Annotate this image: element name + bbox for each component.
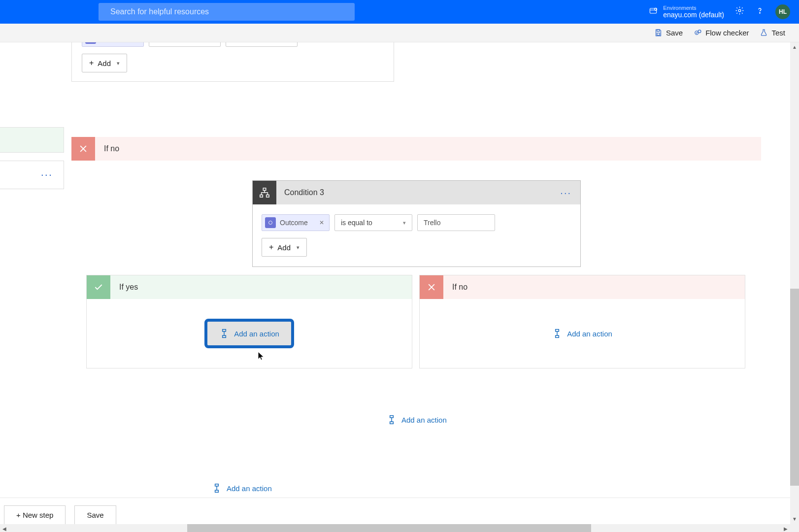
value-input[interactable]: Tweet xyxy=(226,42,298,47)
save-label: Save xyxy=(666,29,683,37)
add-action-label: Add an action xyxy=(567,330,612,338)
flow-checker-button[interactable]: Flow checker xyxy=(694,29,749,37)
add-action-button-no[interactable]: Add an action xyxy=(552,329,612,338)
flow-checker-label: Flow checker xyxy=(705,29,749,37)
token-icon xyxy=(265,217,276,228)
condition-card-partial: Outcome ✕ is equal to ▾ Tweet + Add ▾ xyxy=(71,42,394,82)
branch-if-yes: If yes Add an action xyxy=(86,275,412,368)
horizontal-scroll-thumb[interactable] xyxy=(187,524,591,532)
ellipsis-icon[interactable]: ··· xyxy=(41,168,53,181)
svg-rect-2 xyxy=(650,8,657,13)
plus-icon: + xyxy=(89,59,94,67)
value-input[interactable]: Trello xyxy=(417,214,495,231)
svg-point-10 xyxy=(698,30,701,33)
svg-rect-7 xyxy=(657,30,660,32)
scroll-up-arrow-icon[interactable]: ▲ xyxy=(790,42,799,51)
branch-label: If yes xyxy=(119,283,138,292)
add-row-label: Add xyxy=(277,243,291,252)
svg-point-5 xyxy=(738,9,741,12)
search-input[interactable] xyxy=(110,7,348,16)
condition-icon xyxy=(253,181,276,204)
svg-rect-14 xyxy=(263,188,266,191)
scroll-left-arrow-icon[interactable]: ◀ xyxy=(0,524,9,532)
svg-rect-24 xyxy=(556,335,559,337)
partial-action-card[interactable]: ··· xyxy=(0,161,64,189)
add-action-label: Add an action xyxy=(234,330,279,338)
add-action-link-middle[interactable]: Add an action xyxy=(387,415,447,425)
add-row-button[interactable]: + Add ▾ xyxy=(82,54,127,72)
operator-select[interactable]: is equal to ▾ xyxy=(149,42,221,47)
top-bar: Environments enayu.com (default) HL xyxy=(0,0,799,24)
add-row-button[interactable]: + Add ▾ xyxy=(262,238,307,257)
svg-rect-15 xyxy=(260,195,263,198)
svg-rect-27 xyxy=(390,422,394,424)
add-action-button-yes[interactable]: Add an action xyxy=(207,322,291,345)
environment-label: Environments xyxy=(663,5,724,11)
test-label: Test xyxy=(771,29,785,37)
operator-select[interactable]: is equal to ▾ xyxy=(334,214,412,231)
environment-picker[interactable]: Environments enayu.com (default) xyxy=(648,5,724,19)
svg-rect-19 xyxy=(223,335,226,337)
chevron-down-icon: ▾ xyxy=(117,60,120,66)
user-avatar[interactable]: HL xyxy=(775,4,790,19)
ellipsis-icon[interactable]: ··· xyxy=(560,187,571,199)
search-box[interactable] xyxy=(99,3,355,21)
condition-3-header[interactable]: Condition 3 ··· xyxy=(253,181,580,204)
settings-icon[interactable] xyxy=(735,6,744,18)
chevron-down-icon: ▾ xyxy=(297,244,300,251)
horizontal-scrollbar[interactable]: ◀ ▶ xyxy=(0,524,799,532)
svg-rect-16 xyxy=(266,195,269,198)
svg-rect-29 xyxy=(215,484,219,486)
x-icon xyxy=(420,275,443,299)
help-icon[interactable] xyxy=(755,6,765,18)
vertical-scroll-thumb[interactable] xyxy=(790,289,799,486)
dynamic-token-outcome[interactable]: Outcome ✕ xyxy=(82,42,144,47)
partial-branch-yes xyxy=(0,127,64,153)
scroll-right-arrow-icon[interactable]: ▶ xyxy=(781,524,790,532)
scroll-down-arrow-icon[interactable]: ▼ xyxy=(790,514,799,523)
check-icon xyxy=(87,275,110,299)
flow-canvas[interactable]: Outcome ✕ is equal to ▾ Tweet + Add ▾ ··… xyxy=(0,42,799,532)
branch-if-no: If no Add an action xyxy=(419,275,745,368)
value-text: Trello xyxy=(424,219,441,227)
chevron-down-icon: ▾ xyxy=(403,220,406,226)
environment-value: enayu.com (default) xyxy=(663,11,724,19)
svg-point-6 xyxy=(760,13,760,13)
svg-rect-23 xyxy=(556,330,559,332)
save-button[interactable]: Save xyxy=(654,29,683,37)
add-action-link-bottom[interactable]: Add an action xyxy=(212,483,272,493)
condition-3-title: Condition 3 xyxy=(284,188,324,197)
dynamic-token-outcome[interactable]: Outcome ✕ xyxy=(262,214,330,231)
token-remove-icon[interactable]: ✕ xyxy=(319,219,324,226)
environment-icon xyxy=(648,6,658,18)
svg-rect-26 xyxy=(390,416,394,418)
new-step-button[interactable]: + New step xyxy=(4,505,66,525)
branch-label: If no xyxy=(452,283,467,292)
add-row-label: Add xyxy=(98,59,111,67)
branch-label: If no xyxy=(104,144,119,153)
x-icon xyxy=(71,137,95,161)
plus-icon: + xyxy=(269,243,273,252)
token-text: Outcome xyxy=(280,219,308,227)
save-bottom-button[interactable]: Save xyxy=(74,505,116,525)
add-action-label: Add an action xyxy=(401,416,447,424)
token-icon xyxy=(85,42,96,44)
branch-if-no-outer: If no xyxy=(71,137,761,161)
operator-value: is equal to xyxy=(341,219,372,227)
svg-rect-30 xyxy=(215,490,219,492)
condition-3-card: Condition 3 ··· Outcome ✕ is equal to ▾ … xyxy=(252,180,581,267)
add-action-label: Add an action xyxy=(227,484,272,493)
svg-point-17 xyxy=(269,221,272,225)
svg-rect-8 xyxy=(657,33,660,35)
vertical-scrollbar[interactable]: ▲ ▼ xyxy=(790,42,799,532)
test-button[interactable]: Test xyxy=(760,29,785,37)
svg-rect-18 xyxy=(223,330,226,332)
editor-toolbar: Save Flow checker Test xyxy=(0,24,799,42)
